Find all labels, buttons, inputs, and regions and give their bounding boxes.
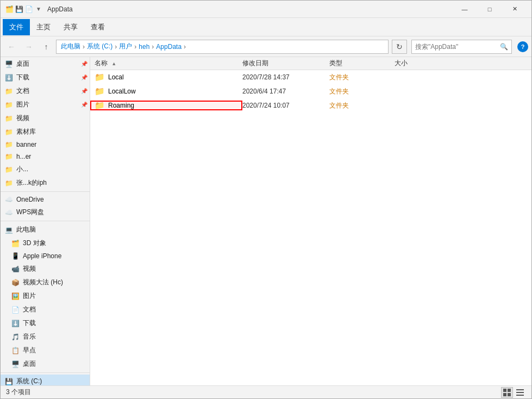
sidebar-item-label: 图片 [16,100,29,109]
minimize-button[interactable]: — [452,1,477,18]
breadcrumb-appdata[interactable]: AppData [156,43,181,51]
menu-bar: 文件 主页 共享 查看 [1,18,531,36]
sidebar-item-label: 下载 [23,319,36,328]
col-header-date[interactable]: 修改日期 [242,59,329,68]
drive-icon: 💾 [4,378,14,385]
title-dropdown-icon[interactable]: ▼ [34,5,43,14]
sidebar-item-download-quick[interactable]: ⬇️ 下载 📌 [1,71,90,84]
table-row[interactable]: 📁 Roaming 2020/7/24 10:07 文件夹 [90,98,531,113]
documents-icon: 📄 [10,306,20,314]
music-icon: 🎵 [10,333,20,341]
sidebar-divider-2 [1,221,90,221]
sidebar-item-banner[interactable]: 📁 banner [1,139,90,151]
videoapp-icon: 📦 [10,279,20,286]
menu-tab-file[interactable]: 文件 [3,19,30,35]
up-button[interactable]: ↑ [39,39,54,54]
desktop-pc-icon: 🖥️ [10,360,20,368]
sidebar-item-label: 桌面 [16,59,29,68]
sidebar-item-label: 下载 [16,73,29,82]
sidebar-item-onedrive[interactable]: ☁️ OneDrive [1,194,90,205]
sidebar-item-zaodian[interactable]: 📋 早点 [1,344,90,357]
pin-icon: 📌 [81,61,87,67]
menu-tab-view[interactable]: 查看 [84,19,111,35]
sidebar-item-wps[interactable]: ☁️ WPS网盘 [1,205,90,219]
sidebar-item-xiao[interactable]: 📁 小... [1,163,90,176]
search-box[interactable]: 🔍 [411,40,512,54]
sidebar-item-label: 小... [16,165,28,174]
sidebar-item-drive[interactable]: 💾 系统 (C:) [1,375,90,385]
window-controls: — □ ✕ [452,1,527,18]
sidebar-item-downloads[interactable]: ⬇️ 下载 [1,316,90,330]
images-icon: 🖼️ [10,292,20,300]
sidebar-item-her[interactable]: 📁 h...er [1,151,90,163]
main-area: 🖥️ 桌面 📌 ⬇️ 下载 📌 📁 文档 📌 📁 图片 📌 [1,57,531,385]
sidebar-item-apple-iphone[interactable]: 📱 Apple iPhone [1,250,90,262]
svg-rect-2 [503,393,506,396]
banner-icon: 📁 [4,141,14,148]
status-bar: 3 个项目 [1,385,531,398]
title-icon-1: 🗂️ [5,5,14,14]
close-button[interactable]: ✕ [502,1,527,18]
sidebar-item-zhang[interactable]: 📁 张...k的iph [1,176,90,190]
sidebar-item-label: 桌面 [23,359,36,369]
col-header-size[interactable]: 大小 [395,59,438,68]
file-name-local: 📁 Local [90,72,242,82]
file-type-locallow: 文件夹 [329,87,395,96]
sidebar-item-images[interactable]: 🖼️ 图片 [1,289,90,303]
sucaiku-icon: 📁 [4,128,14,136]
help-button[interactable]: ? [517,41,528,52]
sidebar-item-label: OneDrive [16,196,44,203]
3d-icon: 🗂️ [10,240,20,247]
sidebar-item-3d[interactable]: 🗂️ 3D 对象 [1,236,90,250]
table-row[interactable]: 📁 LocalLow 2020/6/4 17:47 文件夹 [90,84,531,98]
list-view-icon[interactable] [514,387,526,398]
sidebar-item-label: 视频 [16,114,29,123]
back-button[interactable]: ← [4,39,19,54]
video-icon: 📹 [10,265,20,273]
grid-view-icon[interactable] [501,387,513,398]
maximize-button[interactable]: □ [477,1,502,18]
thispc-icon: 💻 [4,226,14,234]
col-header-type[interactable]: 类型 [329,59,395,68]
breadcrumb-thispc[interactable]: 此电脑 [61,42,80,51]
forward-button[interactable]: → [21,39,36,54]
sidebar-item-music[interactable]: 🎵 音乐 [1,330,90,344]
view-toggle [501,387,526,398]
title-bar: 🗂️ 💾 📄 ▼ AppData — □ ✕ [1,1,531,18]
menu-tab-home[interactable]: 主页 [30,19,57,35]
sidebar-item-desktop-quick[interactable]: 🖥️ 桌面 📌 [1,57,90,71]
sidebar-item-label: 文档 [23,305,36,314]
table-row[interactable]: 📁 Local 2020/7/28 14:37 文件夹 [90,70,531,84]
sidebar-item-desktop-pc[interactable]: 🖥️ 桌面 [1,357,90,371]
sidebar-item-documents[interactable]: 📄 文档 [1,303,90,316]
sidebar-item-video[interactable]: 📹 视频 [1,262,90,276]
search-input[interactable] [415,43,498,51]
sidebar-item-label: banner [16,141,36,148]
sidebar-item-videos-quick[interactable]: 📁 视频 [1,111,90,125]
sidebar-item-pictures-quick[interactable]: 📁 图片 📌 [1,98,90,111]
docs-icon: 📁 [4,88,14,95]
file-type-local: 文件夹 [329,73,395,82]
title-icon-2: 💾 [15,5,23,14]
breadcrumb-users[interactable]: 用户 [119,42,132,51]
sidebar-item-docs-quick[interactable]: 📁 文档 📌 [1,84,90,98]
sidebar-item-sucaiku[interactable]: 📁 素材库 [1,125,90,139]
menu-tab-share[interactable]: 共享 [57,19,84,35]
desktop-icon: 🖥️ [4,60,14,68]
svg-rect-4 [516,389,524,390]
breadcrumb-drive[interactable]: 系统 (C:) [87,42,112,51]
file-type-roaming: 文件夹 [329,101,395,110]
pin-icon: 📌 [81,102,87,108]
sort-arrow: ▲ [111,61,116,66]
svg-rect-3 [508,393,511,396]
breadcrumb-heh[interactable]: heh [139,43,149,51]
item-count: 3 个项目 [6,388,31,397]
sidebar-item-videoapp[interactable]: 📦 视频大法 (Hc) [1,276,90,289]
sidebar-divider-3 [1,372,90,373]
sidebar-item-thispc[interactable]: 💻 此电脑 [1,223,90,236]
sidebar-divider-1 [1,191,90,192]
refresh-button[interactable]: ↻ [392,40,407,54]
file-date-roaming: 2020/7/24 10:07 [242,102,329,109]
zhang-icon: 📁 [4,179,14,187]
col-header-name[interactable]: 名称 ▲ [90,59,242,68]
